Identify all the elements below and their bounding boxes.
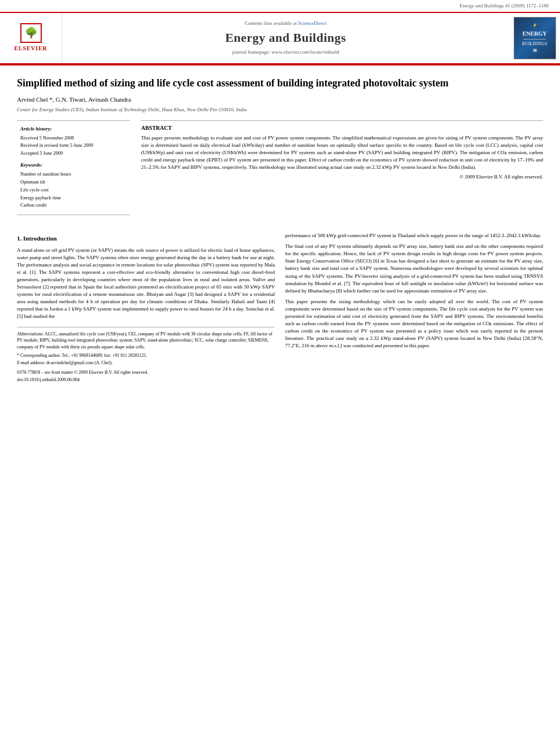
authors-text: Arvind Chel *, G.N. Tiwari, Avinash Chan… xyxy=(17,96,131,103)
abstract-title: ABSTRACT xyxy=(141,124,543,132)
accepted: Accepted 5 June 2009 xyxy=(20,150,126,157)
body-para-2: performance of 500 kWp grid-connected PV… xyxy=(285,232,543,239)
journal-ref: Energy and Buildings 41 (2009) 1172–1180 xyxy=(280,2,549,10)
tree-icon: 🌳 xyxy=(25,26,37,40)
journal-logo-right: ⚡ ENERGY BUILDINGS 🏢 xyxy=(509,13,560,63)
article-meta-row: Article history: Received 5 November 200… xyxy=(17,120,543,221)
journal-logo-box: ⚡ ENERGY BUILDINGS 🏢 xyxy=(514,17,556,59)
logo-energy: ENERGY xyxy=(523,30,547,38)
received1: Received 5 November 2008 xyxy=(20,135,126,142)
body-para-1: A stand alone or off grid PV system (or … xyxy=(17,247,275,320)
keyword-5: Carbon credit xyxy=(20,202,126,209)
elsevier-logo-box: 🌳 xyxy=(20,23,42,43)
article-title: Simplified method of sizing and life cyc… xyxy=(17,77,543,90)
section1-heading: 1. Introduction xyxy=(17,234,275,243)
received2: Received in revised form 5 June 2009 xyxy=(20,142,126,149)
elsevier-label: ELSEVIER xyxy=(14,45,47,53)
keyword-4: Energy payback time xyxy=(20,195,126,202)
affiliation: Center for Energy Studies (CES), Indian … xyxy=(17,106,543,113)
keyword-3: Life cycle cost xyxy=(20,187,126,194)
abbreviations-footnote: Abbreviations: ALCC, annualized life cyc… xyxy=(17,331,275,350)
keyword-2: Optimum tilt xyxy=(20,179,126,186)
abstract-box: ABSTRACT This paper presents methodology… xyxy=(141,120,543,181)
article-history-title: Article history: xyxy=(20,125,126,133)
keywords-section: Keywords: Number of sunshine hours Optim… xyxy=(20,161,126,209)
elsevier-logo: 🌳 ELSEVIER xyxy=(0,13,62,63)
journal-title: Energy and Buildings xyxy=(225,29,346,47)
article-info-box: Article history: Received 5 November 200… xyxy=(17,120,130,215)
journal-homepage: journal homepage: www.elsevier.com/locat… xyxy=(232,49,339,56)
logo-buildings: BUILDINGS xyxy=(522,41,548,47)
keyword-1: Number of sunshine hours xyxy=(20,171,126,178)
page: Energy and Buildings 41 (2009) 1172–1180… xyxy=(0,0,560,747)
issn-footnote: 0378-7788/$ – see front matter © 2009 El… xyxy=(17,369,275,375)
footnote-section: Abbreviations: ALCC, annualized life cyc… xyxy=(17,327,275,383)
right-col: ABSTRACT This paper presents methodology… xyxy=(141,120,543,221)
email-footnote: E-mail address: dr.arvindchel@gmail.com … xyxy=(17,360,275,366)
keywords-title: Keywords: xyxy=(20,161,126,169)
abstract-text: This paper presents methodology to evalu… xyxy=(141,134,543,171)
body-para-3: The final cost of any PV system ultimate… xyxy=(285,243,543,294)
body-two-col: 1. Introduction A stand alone or off gri… xyxy=(17,232,543,384)
journal-header: Energy and Buildings 41 (2009) 1172–1180 xyxy=(0,0,560,13)
doi-footnote: doi:10.1016/j.enbuild.2009.06.004 xyxy=(17,377,275,383)
body-para-4: This paper presents the sizing methodolo… xyxy=(285,298,543,350)
body-left: 1. Introduction A stand alone or off gri… xyxy=(17,232,275,384)
sciencedirect-line: Contents lists available at ScienceDirec… xyxy=(245,20,327,27)
body-right: performance of 500 kWp grid-connected PV… xyxy=(285,232,543,384)
left-col: Article history: Received 5 November 200… xyxy=(17,120,130,221)
copyright: © 2009 Elsevier B.V. All rights reserved… xyxy=(141,173,543,181)
authors: Arvind Chel *, G.N. Tiwari, Avinash Chan… xyxy=(17,95,543,104)
corresponding-footnote: * Corresponding author. Tel.: +91 996814… xyxy=(17,352,275,359)
top-banner: 🌳 ELSEVIER Contents lists available at S… xyxy=(0,13,560,64)
sciencedirect-link[interactable]: ScienceDirect xyxy=(298,20,326,26)
article-content: Simplified method of sizing and life cyc… xyxy=(0,65,560,396)
journal-center: Contents lists available at ScienceDirec… xyxy=(62,13,509,63)
